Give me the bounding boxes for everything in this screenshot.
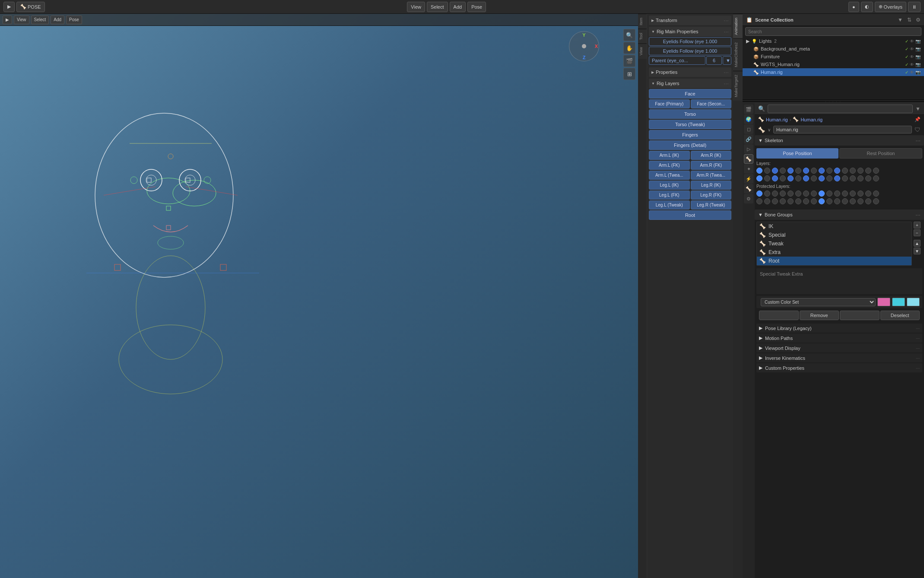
- layer-dot-14[interactable]: [865, 168, 871, 174]
- wgts-render-icon[interactable]: 📷: [915, 62, 921, 67]
- props-nav-armature[interactable]: ⚙: [744, 194, 753, 203]
- player-dot-17[interactable]: [764, 198, 770, 204]
- bg-check-icon[interactable]: ✓: [905, 47, 908, 51]
- deselect-btn[interactable]: Deselect: [880, 311, 920, 320]
- layer-dot-20[interactable]: [787, 175, 794, 181]
- layer-dot-12[interactable]: [850, 168, 856, 174]
- viewport[interactable]: X Y Z 🔍 ✋ 🎬 ⊞ ▶ View Select Add Pose: [0, 14, 638, 578]
- film-nav-btn[interactable]: 🎬: [623, 55, 635, 67]
- humanrig-eye-icon[interactable]: 👁: [910, 70, 914, 75]
- props-expand-btn[interactable]: ▼: [915, 106, 921, 112]
- pin-icon[interactable]: 📌: [914, 117, 921, 122]
- props-nav-material[interactable]: 🦴: [744, 154, 753, 164]
- bg-eye-icon[interactable]: 👁: [910, 47, 914, 51]
- arm-r-tweak-btn[interactable]: Arm.R (Twea...: [691, 171, 732, 180]
- player-dot-13[interactable]: [857, 191, 864, 197]
- tab-animation[interactable]: Animation: [733, 14, 743, 38]
- bone-groups-header[interactable]: ▼ Bone Groups ···: [755, 210, 924, 220]
- player-dot-26[interactable]: [834, 198, 840, 204]
- parent-dropdown[interactable]: Parent (eye_co...: [649, 56, 705, 65]
- humanrig-check-icon[interactable]: ✓: [905, 70, 908, 75]
- layer-dot-1[interactable]: [764, 168, 770, 174]
- player-dot-31[interactable]: [873, 198, 879, 204]
- breadcrumb-item-2[interactable]: Human.rig: [800, 117, 822, 122]
- camera-nav-btn[interactable]: 🔍: [623, 29, 635, 41]
- layer-dot-10[interactable]: [834, 168, 840, 174]
- bone-group-ik[interactable]: 🦴 IK: [757, 222, 911, 231]
- props-nav-object[interactable]: ◻: [744, 124, 753, 134]
- settings-icon[interactable]: ⚙: [916, 17, 921, 23]
- pose-position-btn[interactable]: Pose Position: [756, 148, 838, 159]
- leg-r-tweak-btn[interactable]: Leg.R (Tweak): [691, 200, 732, 210]
- rig-layer-face-secondary-btn[interactable]: Face (Secon...: [691, 99, 732, 108]
- bone-group-extra[interactable]: 🦴 Extra: [757, 248, 911, 257]
- player-dot-29[interactable]: [857, 198, 864, 204]
- layer-dot-22[interactable]: [803, 175, 809, 181]
- layer-dot-23[interactable]: [811, 175, 817, 181]
- player-dot-4[interactable]: [787, 191, 794, 197]
- select-btn[interactable]: [840, 311, 880, 320]
- humanrig-render-icon[interactable]: 📷: [915, 70, 921, 75]
- player-dot-27[interactable]: [842, 198, 848, 204]
- rig-layer-torso-btn[interactable]: Torso: [649, 109, 731, 119]
- add-menu-btn[interactable]: Add: [450, 2, 466, 12]
- skeleton-section-header[interactable]: ▼ Skeleton ···: [755, 135, 924, 146]
- tab-view[interactable]: View: [638, 43, 647, 59]
- shading-material-btn[interactable]: ◐: [861, 2, 873, 12]
- layer-dot-7[interactable]: [811, 168, 817, 174]
- arm-l-fk-btn[interactable]: Arm.L (FK): [649, 161, 690, 170]
- viewport-header-view-btn[interactable]: View: [14, 16, 29, 24]
- player-dot-22[interactable]: [803, 198, 809, 204]
- layer-dot-18[interactable]: [772, 175, 778, 181]
- color-set-dropdown[interactable]: Custom Color Set Default Theme Color Set…: [761, 298, 876, 306]
- player-dot-11[interactable]: [842, 191, 848, 197]
- shading-solid-btn[interactable]: ●: [848, 2, 859, 12]
- layer-dot-31[interactable]: [873, 175, 879, 181]
- tab-maketarget2[interactable]: MakeTarget2: [733, 71, 743, 101]
- props-nav-bone[interactable]: 🦴: [744, 184, 753, 194]
- inverse-kinematics-header[interactable]: ▶ Inverse Kinematics ···: [756, 353, 922, 362]
- layer-dot-6[interactable]: [803, 168, 809, 174]
- player-dot-24[interactable]: [819, 198, 825, 204]
- props-nav-particles[interactable]: ✦: [744, 164, 753, 174]
- transform-header[interactable]: ▶ Transform ···: [649, 16, 731, 25]
- sort-icon[interactable]: ⇅: [907, 17, 911, 23]
- outliner-item-human-rig[interactable]: 🦴 Human.rig ✓ 👁 📷: [743, 68, 924, 76]
- view-menu-btn[interactable]: View: [407, 2, 425, 12]
- player-dot-5[interactable]: [795, 191, 801, 197]
- motion-paths-header[interactable]: ▶ Motion Paths ···: [756, 333, 922, 343]
- leg-r-ik-btn[interactable]: Leg.R (IK): [691, 181, 732, 190]
- rig-layer-face-primary-btn[interactable]: Face (Primary): [649, 99, 690, 108]
- tab-tool[interactable]: Tool: [638, 29, 647, 44]
- player-dot-8[interactable]: [819, 191, 825, 197]
- bone-group-tweak[interactable]: 🦴 Tweak: [757, 239, 911, 248]
- armature-name-field[interactable]: [773, 126, 912, 133]
- furniture-check-icon[interactable]: ✓: [905, 54, 908, 59]
- rig-layer-torso-tweak-btn[interactable]: Torso (Tweak): [649, 120, 731, 129]
- pose-library-header[interactable]: ▶ Pose Library (Legacy) ···: [756, 324, 922, 333]
- custom-properties-header[interactable]: ▶ Custom Properties ···: [756, 363, 922, 372]
- outliner-item-lights[interactable]: ▶ 💡 Lights 2 ✓ 👁 📷: [743, 37, 924, 45]
- outliner-search-input[interactable]: [745, 27, 921, 36]
- rig-layer-fingers-detail-btn[interactable]: Fingers (Detail): [649, 140, 731, 150]
- wgts-check-icon[interactable]: ✓: [905, 62, 908, 67]
- color-swatch-light-cyan[interactable]: [907, 298, 920, 306]
- props-nav-physics[interactable]: ⚡: [744, 174, 753, 184]
- pose-menu-btn[interactable]: Pose: [467, 2, 486, 12]
- remove-btn[interactable]: Remove: [800, 311, 839, 320]
- layer-dot-9[interactable]: [826, 168, 832, 174]
- rig-layer-root-btn[interactable]: Root: [649, 210, 731, 220]
- tab-item[interactable]: Item: [638, 14, 647, 29]
- player-dot-14[interactable]: [865, 191, 871, 197]
- filter-icon[interactable]: ▼: [898, 17, 903, 23]
- rig-layers-header[interactable]: ▼ Rig Layers ···: [649, 79, 731, 88]
- arm-r-ik-btn[interactable]: Arm.R (IK): [691, 151, 732, 160]
- props-nav-object-data[interactable]: ▷: [744, 144, 753, 154]
- layer-dot-8[interactable]: [819, 168, 825, 174]
- player-dot-23[interactable]: [811, 198, 817, 204]
- layer-dot-26[interactable]: [834, 175, 840, 181]
- outliner-item-furniture[interactable]: 📦 Furniture ✓ 👁 📷: [743, 53, 924, 60]
- layer-dot-27[interactable]: [842, 175, 848, 181]
- player-dot-2[interactable]: [772, 191, 778, 197]
- arm-l-tweak-btn[interactable]: Arm.L (Twea...: [649, 171, 690, 180]
